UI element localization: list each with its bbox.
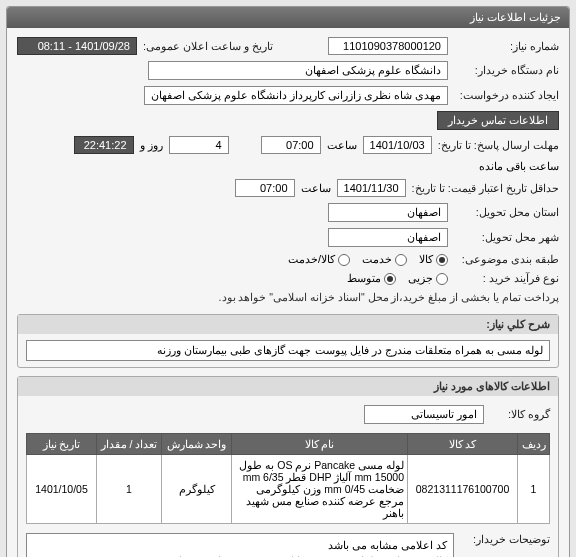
buyer-notes-text: کد اعلامی مشابه می باشد کالا به همراه مت… (26, 533, 454, 557)
th-code: کد کالا (408, 434, 518, 455)
category-radio-group: کالا خدمت کالا/خدمت (288, 253, 448, 266)
deadline-date: 1401/10/03 (363, 136, 432, 154)
need-no-value: 1101090378000120 (328, 37, 448, 55)
need-no-label: شماره نیاز: (454, 40, 559, 53)
validity-date: 1401/11/30 (337, 179, 406, 197)
category-label: طبقه بندی موضوعی: (454, 253, 559, 266)
radio-goods[interactable]: کالا (419, 253, 448, 266)
table-row[interactable]: 1 0821311176100700 لوله مسی Pancake نرم … (27, 455, 550, 524)
panel-body: شماره نیاز: 1101090378000120 تاریخ و ساع… (7, 28, 569, 557)
radio-goods-circle (436, 254, 448, 266)
row-city: شهر محل تحویل: اصفهان (17, 225, 559, 250)
process-label: نوع فرآیند خرید : (454, 272, 559, 285)
payment-note: پرداخت تمام یا بخشی از مبلغ خرید،از محل … (219, 291, 559, 303)
th-date: تاریخ نیاز (27, 434, 97, 455)
row-need-no: شماره نیاز: 1101090378000120 تاریخ و ساع… (17, 34, 559, 58)
deadline-time: 07:00 (261, 136, 321, 154)
items-section: اطلاعات کالاهای مورد نیاز گروه کالا: امو… (17, 376, 559, 557)
radio-mid-label: متوسط (347, 272, 381, 285)
row-buyer-notes: توضیحات خریدار: کد اعلامی مشابه می باشد … (26, 530, 550, 557)
radio-mid[interactable]: متوسط (347, 272, 396, 285)
radio-both[interactable]: کالا/خدمت (288, 253, 350, 266)
items-header: اطلاعات کالاهای مورد نیاز (18, 377, 558, 396)
row-group: گروه کالا: امور تاسیساتی (26, 402, 550, 427)
buyer-value: دانشگاه علوم پزشکی اصفهان (148, 61, 448, 80)
summary-section: شرح کلي نیاز: لوله مسی به همراه متعلقات … (17, 314, 559, 368)
group-value: امور تاسیساتی (364, 405, 484, 424)
summary-body: لوله مسی به همراه متعلقات مندرج در فایل … (18, 334, 558, 367)
th-name: نام کالا (232, 434, 408, 455)
creator-value: مهدی شاه نظری زازرانی کارپرداز دانشگاه ع… (144, 86, 448, 105)
row-deadline: مهلت ارسال پاسخ: تا تاریخ: 1401/10/03 سا… (17, 133, 559, 176)
table-header-row: ردیف کد کالا نام کالا واحد شمارش تعداد /… (27, 434, 550, 455)
cell-qty: 1 (97, 455, 162, 524)
radio-both-circle (338, 254, 350, 266)
city-value: اصفهان (328, 228, 448, 247)
time-label-2: ساعت (301, 182, 331, 195)
group-label: گروه کالا: (490, 408, 550, 421)
cell-name: لوله مسی Pancake نرم OS به طول 15000 mm … (232, 455, 408, 524)
radio-service-circle (395, 254, 407, 266)
cell-unit: کیلوگرم (162, 455, 232, 524)
validity-time: 07:00 (235, 179, 295, 197)
panel-title: جزئیات اطلاعات نیاز (7, 7, 569, 28)
radio-both-label: کالا/خدمت (288, 253, 335, 266)
announce-value: 1401/09/28 - 08:11 (17, 37, 137, 55)
row-category: طبقه بندی موضوعی: کالا خدمت کالا/خدمت (17, 250, 559, 269)
row-province: استان محل تحویل: اصفهان (17, 200, 559, 225)
time-label-1: ساعت (327, 139, 357, 152)
process-radio-group: جزیی متوسط (347, 272, 448, 285)
radio-service[interactable]: خدمت (362, 253, 407, 266)
cell-date: 1401/10/05 (27, 455, 97, 524)
radio-low-circle (436, 273, 448, 285)
buyer-notes-label: توضیحات خریدار: (460, 533, 550, 546)
row-buyer: نام دستگاه خریدار: دانشگاه علوم پزشکی اص… (17, 58, 559, 83)
deadline-label: مهلت ارسال پاسخ: تا تاریخ: (438, 139, 559, 152)
summary-header: شرح کلي نیاز: (18, 315, 558, 334)
radio-goods-label: کالا (419, 253, 433, 266)
buyer-label: نام دستگاه خریدار: (454, 64, 559, 77)
items-body: گروه کالا: امور تاسیساتی ردیف کد کالا نا… (18, 396, 558, 557)
province-value: اصفهان (328, 203, 448, 222)
days-remaining: 4 (169, 136, 229, 154)
radio-mid-circle (384, 273, 396, 285)
items-table: ردیف کد کالا نام کالا واحد شمارش تعداد /… (26, 433, 550, 524)
row-process: نوع فرآیند خرید : جزیی متوسط پرداخت تمام… (17, 269, 559, 306)
row-validity: حداقل تاریخ اعتبار قیمت: تا تاریخ: 1401/… (17, 176, 559, 200)
days-label: روز و (140, 139, 163, 152)
th-qty: تعداد / مقدار (97, 434, 162, 455)
time-remaining: 22:41:22 (74, 136, 134, 154)
province-label: استان محل تحویل: (454, 206, 559, 219)
cell-code: 0821311176100700 (408, 455, 518, 524)
cell-idx: 1 (518, 455, 550, 524)
th-unit: واحد شمارش (162, 434, 232, 455)
summary-text: لوله مسی به همراه متعلقات مندرج در فایل … (26, 340, 550, 361)
radio-low-label: جزیی (408, 272, 433, 285)
th-idx: ردیف (518, 434, 550, 455)
creator-label: ایجاد کننده درخواست: (454, 89, 559, 102)
row-creator: ایجاد کننده درخواست: مهدی شاه نظری زازرا… (17, 83, 559, 133)
announce-label: تاریخ و ساعت اعلان عمومی: (143, 40, 273, 53)
remain-label: ساعت باقی مانده (479, 160, 559, 173)
city-label: شهر محل تحویل: (454, 231, 559, 244)
validity-label: حداقل تاریخ اعتبار قیمت: تا تاریخ: (412, 182, 559, 195)
contact-buyer-button[interactable]: اطلاعات تماس خریدار (437, 111, 559, 130)
radio-service-label: خدمت (362, 253, 392, 266)
radio-low[interactable]: جزیی (408, 272, 448, 285)
details-panel: جزئیات اطلاعات نیاز شماره نیاز: 11010903… (6, 6, 570, 557)
